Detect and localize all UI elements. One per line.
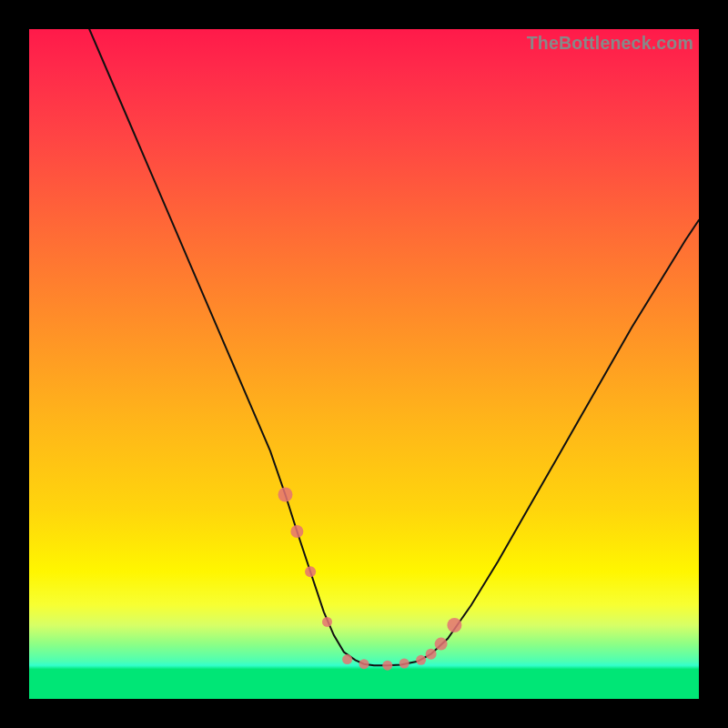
curve-dot xyxy=(382,661,392,671)
curve-dot xyxy=(290,525,303,538)
curve-dot xyxy=(359,659,369,669)
plot-area: TheBottleneck.com xyxy=(29,29,699,699)
curve-dot xyxy=(305,566,316,577)
curve-svg xyxy=(29,29,699,699)
curve-dot xyxy=(399,659,410,669)
curve-dot xyxy=(447,618,461,632)
curve-dots xyxy=(278,488,462,671)
curve-dot xyxy=(278,488,293,502)
bottleneck-curve xyxy=(89,29,699,665)
curve-dot xyxy=(342,654,352,664)
curve-dot xyxy=(416,655,426,665)
curve-dot xyxy=(435,638,448,651)
chart-frame: TheBottleneck.com xyxy=(0,0,728,728)
curve-dot xyxy=(322,617,332,627)
curve-dot xyxy=(426,649,437,660)
